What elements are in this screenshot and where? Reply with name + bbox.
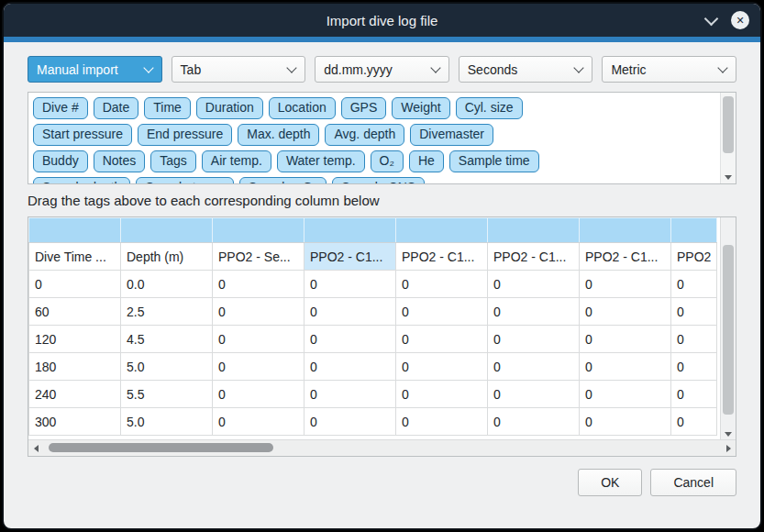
column-header[interactable]: PPO2 - C1...	[488, 243, 580, 271]
field-separator-combo[interactable]: Tab	[172, 56, 306, 83]
scroll-left-button[interactable]	[28, 440, 43, 456]
column-tag[interactable]: Buddy	[33, 150, 88, 172]
dialog-content: Manual import Tab dd.mm.yyyy Seconds Met…	[4, 42, 760, 528]
table-cell: 0	[304, 408, 396, 436]
table-cell: 60	[29, 298, 121, 326]
column-header[interactable]: PPO2 - Se...	[213, 243, 304, 271]
table-cell: 0	[671, 298, 717, 326]
table-cell: 0	[488, 271, 580, 298]
column-header[interactable]: PPO2 - C1...	[304, 243, 396, 271]
table-vertical-scrollbar[interactable]	[720, 217, 736, 440]
column-tag[interactable]: Date	[94, 97, 139, 119]
tag-row: Sample depthSample temp.Sample pO₂Sample…	[33, 177, 712, 184]
scroll-down-button[interactable]	[721, 427, 736, 440]
table-cell: 0	[213, 408, 304, 436]
tag-row: Start pressureEnd pressureMax. depthAvg.…	[33, 124, 712, 146]
column-tag[interactable]: Sample CNS	[332, 177, 425, 184]
table-cell: 0	[396, 408, 488, 436]
column-tag[interactable]: Sample temp.	[136, 177, 233, 184]
column-tag[interactable]: Time	[144, 97, 191, 119]
titlebar-menu-chevron-down-icon[interactable]	[704, 11, 719, 26]
chevron-down-icon	[717, 62, 727, 72]
table-cell: 0	[671, 326, 717, 353]
arrow-left-icon	[34, 445, 39, 452]
column-header[interactable]: PPO2 - C1...	[396, 243, 488, 271]
column-tag[interactable]: Sample pO₂	[239, 177, 327, 184]
column-header[interactable]: Depth (m)	[121, 243, 213, 271]
arrow-down-icon	[725, 432, 732, 437]
table-cell: 0	[213, 298, 304, 326]
arrow-down-icon	[725, 175, 732, 180]
drop-cell[interactable]	[671, 218, 717, 243]
column-tag[interactable]: Location	[269, 97, 336, 119]
table-cell: 0	[488, 353, 580, 381]
date-format-value: dd.mm.yyyy	[324, 62, 393, 77]
preview-table-viewport: Dive Time ...Depth (m)PPO2 - Se...PPO2 -…	[28, 217, 721, 440]
column-tag[interactable]: Start pressure	[33, 124, 132, 146]
table-cell: 0	[488, 326, 580, 353]
column-tag[interactable]: Sample time	[449, 150, 539, 172]
table-cell: 0	[304, 271, 396, 298]
column-tag[interactable]: End pressure	[138, 124, 232, 146]
tag-panel-vertical-scrollbar[interactable]	[720, 93, 736, 183]
import-dialog: Import dive log file ✕ Manual import Tab…	[2, 2, 762, 530]
column-header[interactable]: PPO2	[671, 243, 717, 271]
table-row: 3005.0000000	[29, 408, 717, 436]
drop-cell[interactable]	[580, 218, 671, 243]
column-tag[interactable]: Dive #	[33, 97, 88, 119]
table-cell: 0	[304, 298, 396, 326]
column-tag[interactable]: Notes	[94, 150, 146, 172]
column-tag[interactable]: Max. depth	[238, 124, 319, 146]
table-cell: 0	[213, 381, 304, 408]
table-cell: 0	[29, 271, 121, 298]
drop-cell[interactable]	[488, 218, 580, 243]
table-cell: 0	[580, 298, 671, 326]
table-row: 602.5000000	[29, 298, 717, 326]
drop-cell[interactable]	[304, 218, 396, 243]
table-cell: 0	[213, 353, 304, 381]
titlebar[interactable]: Import dive log file ✕	[4, 4, 760, 37]
import-type-combo[interactable]: Manual import	[28, 56, 162, 83]
ok-button[interactable]: OK	[578, 469, 642, 496]
import-options-row: Manual import Tab dd.mm.yyyy Seconds Met…	[28, 56, 736, 83]
chevron-down-icon	[430, 62, 440, 72]
table-cell: 0	[580, 381, 671, 408]
column-header[interactable]: PPO2 - C1...	[580, 243, 671, 271]
close-button[interactable]: ✕	[731, 11, 749, 29]
column-tag[interactable]: Duration	[196, 97, 263, 119]
scroll-right-button[interactable]	[721, 440, 736, 456]
column-tag[interactable]: Tags	[150, 150, 196, 172]
drop-cell[interactable]	[213, 218, 304, 243]
scrollbar-thumb[interactable]	[49, 443, 273, 452]
column-tag[interactable]: Weight	[392, 97, 449, 119]
scroll-down-button[interactable]	[721, 171, 736, 183]
cancel-button[interactable]: Cancel	[650, 469, 736, 496]
column-tag[interactable]: He	[409, 150, 444, 172]
column-tag[interactable]: Divemaster	[410, 124, 493, 146]
duration-format-combo[interactable]: Seconds	[459, 56, 593, 83]
column-tag[interactable]: Cyl. size	[456, 97, 523, 119]
column-tag[interactable]: Air temp.	[202, 150, 271, 172]
table-row: 2405.5000000	[29, 381, 717, 408]
drop-cell[interactable]	[121, 218, 213, 243]
table-cell: 240	[29, 381, 121, 408]
chevron-down-icon	[287, 62, 297, 72]
column-tag[interactable]: O₂	[371, 150, 404, 172]
table-cell: 5.0	[121, 353, 213, 381]
date-format-combo[interactable]: dd.mm.yyyy	[315, 56, 449, 83]
column-header[interactable]: Dive Time ...	[29, 243, 121, 271]
column-tag[interactable]: Water temp.	[277, 150, 365, 172]
scrollbar-thumb[interactable]	[723, 245, 734, 415]
column-tag[interactable]: Avg. depth	[325, 124, 404, 146]
column-tag[interactable]: Sample depth	[33, 177, 130, 184]
drop-cell[interactable]	[396, 218, 488, 243]
drop-cell[interactable]	[29, 218, 121, 243]
column-tag[interactable]: GPS	[341, 97, 387, 119]
table-cell: 0	[213, 326, 304, 353]
units-combo[interactable]: Metric	[602, 56, 736, 83]
table-body: 00.0000000602.50000001204.50000001805.00…	[29, 271, 717, 436]
preview-table: Dive Time ...Depth (m)PPO2 - Se...PPO2 -…	[28, 217, 717, 436]
table-horizontal-scrollbar[interactable]	[28, 439, 736, 456]
scrollbar-thumb[interactable]	[723, 96, 734, 153]
table-cell: 0	[304, 326, 396, 353]
